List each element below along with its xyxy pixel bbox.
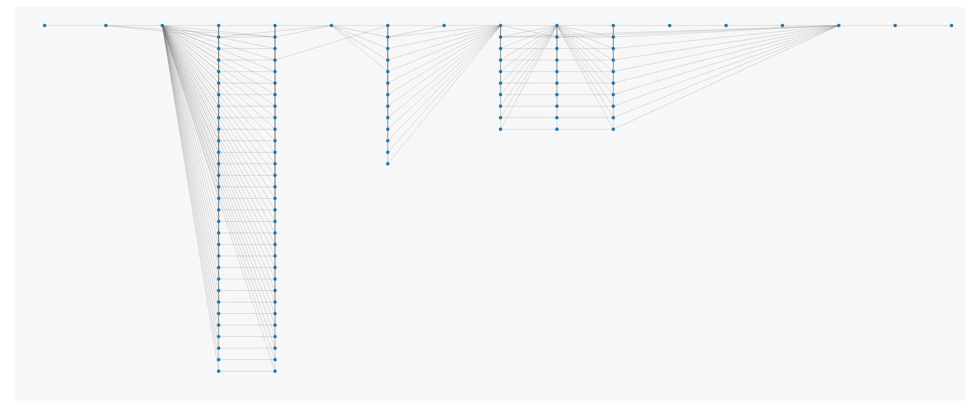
graph-node[interactable] <box>499 81 502 84</box>
graph-node[interactable] <box>217 93 220 96</box>
graph-node[interactable] <box>386 35 389 38</box>
graph-node[interactable] <box>837 24 840 27</box>
graph-node[interactable] <box>612 127 615 130</box>
graph-node[interactable] <box>386 70 389 73</box>
graph-node[interactable] <box>499 35 502 38</box>
graph-node[interactable] <box>274 266 276 269</box>
graph-node[interactable] <box>555 35 558 38</box>
graph-node[interactable] <box>386 24 389 27</box>
graph-node[interactable] <box>274 278 276 280</box>
graph-node[interactable] <box>217 208 220 211</box>
graph-node[interactable] <box>274 220 276 223</box>
graph-node[interactable] <box>274 289 276 292</box>
graph-node[interactable] <box>894 24 897 27</box>
graph-node[interactable] <box>499 58 502 61</box>
graph-node[interactable] <box>612 24 615 27</box>
graph-node[interactable] <box>217 127 220 130</box>
graph-node[interactable] <box>274 116 276 119</box>
graph-node[interactable] <box>217 185 220 188</box>
graph-node[interactable] <box>217 220 220 223</box>
graph-node[interactable] <box>443 24 446 27</box>
graph-node[interactable] <box>274 301 276 304</box>
graph-node[interactable] <box>386 58 389 61</box>
graph-node[interactable] <box>274 208 276 211</box>
graph-node[interactable] <box>217 335 220 338</box>
graph-node[interactable] <box>274 347 276 350</box>
graph-node[interactable] <box>386 116 389 119</box>
graph-node[interactable] <box>386 81 389 84</box>
graph-node[interactable] <box>555 116 558 119</box>
graph-node[interactable] <box>217 301 220 304</box>
graph-node[interactable] <box>555 70 558 73</box>
graph-node[interactable] <box>217 358 220 361</box>
graph-node[interactable] <box>217 162 220 165</box>
graph-node[interactable] <box>104 24 107 27</box>
graph-node[interactable] <box>217 266 220 269</box>
graph-node[interactable] <box>274 162 276 165</box>
graph-node[interactable] <box>217 70 220 73</box>
graph-node[interactable] <box>274 35 276 38</box>
graph-node[interactable] <box>499 127 502 130</box>
graph-node[interactable] <box>612 93 615 96</box>
graph-node[interactable] <box>386 162 389 165</box>
graph-node[interactable] <box>612 35 615 38</box>
graph-node[interactable] <box>950 24 953 27</box>
graph-node[interactable] <box>274 127 276 130</box>
graph-node[interactable] <box>274 70 276 73</box>
graph-node[interactable] <box>217 47 220 50</box>
graph-node[interactable] <box>555 81 558 84</box>
graph-node[interactable] <box>386 47 389 50</box>
graph-node[interactable] <box>612 70 615 73</box>
graph-node[interactable] <box>781 24 784 27</box>
graph-node[interactable] <box>217 197 220 200</box>
graph-node[interactable] <box>274 104 276 107</box>
graph-node[interactable] <box>386 139 389 142</box>
graph-node[interactable] <box>274 24 276 27</box>
graph-node[interactable] <box>612 47 615 50</box>
graph-node[interactable] <box>274 81 276 84</box>
graph-node[interactable] <box>386 104 389 107</box>
graph-node[interactable] <box>274 335 276 338</box>
graph-node[interactable] <box>217 139 220 142</box>
graph-node[interactable] <box>217 81 220 84</box>
graph-node[interactable] <box>499 93 502 96</box>
graph-node[interactable] <box>217 174 220 177</box>
graph-node[interactable] <box>274 197 276 200</box>
graph-node[interactable] <box>217 278 220 280</box>
graph-node[interactable] <box>725 24 728 27</box>
graph-node[interactable] <box>217 347 220 350</box>
graph-node[interactable] <box>217 370 220 373</box>
graph-node[interactable] <box>217 151 220 153</box>
graph-node[interactable] <box>386 93 389 96</box>
graph-node[interactable] <box>217 324 220 327</box>
graph-node[interactable] <box>499 24 502 27</box>
graph-node[interactable] <box>274 312 276 315</box>
graph-node[interactable] <box>274 174 276 177</box>
graph-node[interactable] <box>274 324 276 327</box>
graph-node[interactable] <box>217 58 220 61</box>
graph-node[interactable] <box>274 370 276 373</box>
graph-node[interactable] <box>274 358 276 361</box>
graph-node[interactable] <box>217 35 220 38</box>
graph-node[interactable] <box>274 58 276 61</box>
graph-node[interactable] <box>555 58 558 61</box>
graph-node[interactable] <box>555 93 558 96</box>
graph-node[interactable] <box>555 104 558 107</box>
graph-node[interactable] <box>612 104 615 107</box>
graph-node[interactable] <box>217 254 220 257</box>
graph-node[interactable] <box>274 243 276 246</box>
graph-node[interactable] <box>555 127 558 130</box>
graph-node[interactable] <box>499 70 502 73</box>
graph-node[interactable] <box>612 81 615 84</box>
graph-node[interactable] <box>499 104 502 107</box>
graph-node[interactable] <box>274 151 276 153</box>
graph-node[interactable] <box>612 58 615 61</box>
graph-node[interactable] <box>217 243 220 246</box>
graph-node[interactable] <box>217 116 220 119</box>
graph-node[interactable] <box>386 151 389 153</box>
graph-node[interactable] <box>217 24 220 27</box>
graph-node[interactable] <box>274 139 276 142</box>
graph-node[interactable] <box>330 24 333 27</box>
graph-node[interactable] <box>386 127 389 130</box>
graph-node[interactable] <box>161 24 164 27</box>
